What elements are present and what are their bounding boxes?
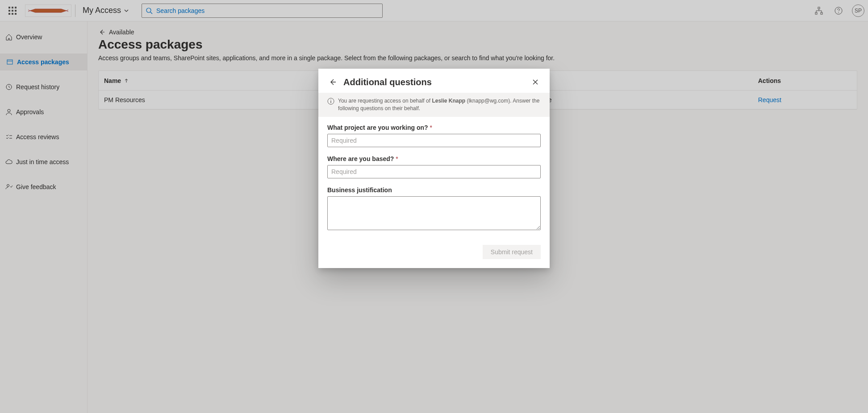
dialog-back-button[interactable] [327,77,338,87]
dialog-title: Additional questions [343,77,525,87]
required-star: * [430,124,432,131]
project-input[interactable] [327,134,541,147]
field-label-location: Where are you based? * [327,155,541,162]
additional-questions-dialog: Additional questions You are requesting … [318,69,550,268]
field-justification: Business justification [327,186,541,231]
dialog-info-bar: You are requesting access on behalf of L… [318,93,550,117]
justification-input[interactable] [327,196,541,230]
field-project: What project are you working on? * [327,124,541,147]
submit-request-button[interactable]: Submit request [483,245,541,259]
field-location: Where are you based? * [327,155,541,178]
info-prefix: You are requesting access on behalf of [338,98,432,104]
dialog-body: What project are you working on? * Where… [318,117,550,241]
modal-scrim[interactable]: Additional questions You are requesting … [0,0,868,413]
arrow-left-icon [329,78,337,86]
field-label-project: What project are you working on? * [327,124,541,131]
svg-point-13 [330,99,331,100]
field-label-justification: Business justification [327,186,541,194]
close-icon [532,79,538,85]
dialog-header: Additional questions [318,69,550,93]
label-text: Where are you based? [327,155,394,162]
dialog-footer: Submit request [318,241,550,268]
label-text: What project are you working on? [327,124,428,131]
info-icon [327,98,334,105]
required-star: * [396,155,398,162]
dialog-close-button[interactable] [530,77,541,87]
location-input[interactable] [327,165,541,178]
info-text: You are requesting access on behalf of L… [338,97,541,112]
info-name: Leslie Knapp [432,98,465,104]
